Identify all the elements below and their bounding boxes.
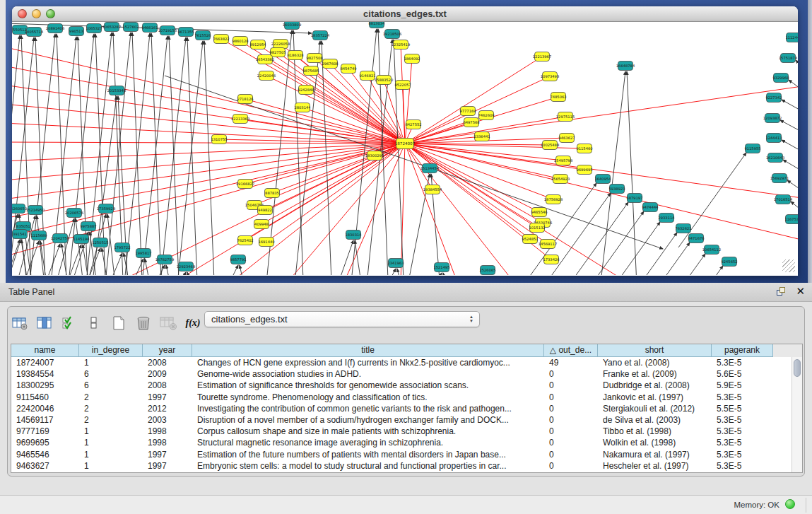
graph-node[interactable]: 8522057 bbox=[394, 81, 411, 90]
graph-node[interactable]: 9245652 bbox=[721, 257, 737, 267]
graph-node[interactable]: 1864092 bbox=[404, 54, 420, 64]
table-cell[interactable]: 5.5E-5 bbox=[712, 403, 773, 414]
table-cell[interactable]: Tibbo et al. (1998) bbox=[598, 426, 712, 437]
graph-node[interactable]: 7485063 bbox=[550, 93, 566, 102]
graph-node[interactable]: 9975887 bbox=[80, 222, 96, 231]
graph-node[interactable]: 6497568 bbox=[463, 118, 479, 127]
network-window[interactable]: citations_edges.txt 55051314055714208914… bbox=[12, 6, 798, 276]
graph-node[interactable]: 1310755 bbox=[211, 135, 227, 144]
graph-node[interactable]: 10025488 bbox=[541, 141, 559, 150]
graph-node[interactable]: 17016514 bbox=[774, 195, 793, 204]
table-cell[interactable]: 5.3E-5 bbox=[712, 460, 773, 472]
graph-node[interactable]: 1244413 bbox=[765, 134, 782, 143]
table-cell[interactable]: 18724007 bbox=[11, 357, 79, 368]
graph-node[interactable]: 8912954 bbox=[249, 40, 266, 49]
network-graph[interactable]: 5505131405571420891406990513106532710653… bbox=[12, 22, 798, 275]
graph-node[interactable]: 1691440 bbox=[258, 238, 274, 247]
column-visibility-icon[interactable] bbox=[35, 315, 54, 332]
graph-node[interactable]: 18300295 bbox=[365, 151, 384, 160]
table-mode-settings-icon[interactable] bbox=[11, 315, 29, 332]
graph-node[interactable]: 2967608 bbox=[322, 59, 338, 69]
table-cell[interactable]: 1 bbox=[79, 460, 143, 472]
graph-node[interactable]: 12325419 bbox=[392, 40, 410, 49]
graph-node[interactable]: 1112447 bbox=[785, 33, 798, 42]
graph-node[interactable]: 949822 bbox=[258, 206, 273, 215]
graph-node[interactable]: 10653287 bbox=[102, 23, 121, 32]
graph-node[interactable]: 1115689 bbox=[30, 231, 47, 240]
table-cell[interactable]: Estimation of the future numbers of pati… bbox=[192, 449, 544, 460]
table-cell[interactable]: 9465546 bbox=[11, 449, 79, 460]
table-row[interactable]: 1456911722003Disruption of a novel membe… bbox=[11, 414, 802, 426]
graph-node[interactable]: 9827508 bbox=[306, 54, 322, 63]
table-row[interactable]: 1830029562008Estimation of significance … bbox=[11, 380, 802, 391]
table-cell[interactable]: 1 bbox=[79, 357, 143, 368]
graph-node[interactable]: 9474444 bbox=[642, 203, 659, 212]
graph-node[interactable]: 9860128 bbox=[232, 37, 248, 46]
table-cell[interactable]: Dudbridge et al. (2008) bbox=[598, 380, 712, 391]
column-header-year[interactable]: year bbox=[143, 344, 192, 357]
table-cell[interactable]: 0 bbox=[544, 392, 598, 403]
graph-node[interactable]: 9875685 bbox=[302, 66, 319, 76]
table-cell[interactable]: Estimation of significance thresholds fo… bbox=[192, 380, 544, 391]
table-cell[interactable]: 2009 bbox=[143, 368, 192, 380]
graph-node[interactable]: 15751874 bbox=[779, 54, 798, 63]
table-cell[interactable]: 2012 bbox=[143, 403, 192, 414]
graph-node[interactable]: 9227342 bbox=[765, 93, 782, 103]
table-row[interactable]: 1872400712008Changes of HCN gene express… bbox=[11, 357, 802, 368]
graph-node[interactable]: 14055714 bbox=[25, 28, 44, 37]
graph-node[interactable]: 10719155 bbox=[158, 26, 177, 35]
column-header-title[interactable]: title bbox=[192, 344, 544, 357]
table-cell[interactable]: 2003 bbox=[143, 414, 192, 426]
graph-node[interactable]: 9466161 bbox=[141, 23, 158, 33]
row-height-icon[interactable] bbox=[85, 315, 103, 332]
table-cell[interactable]: 1998 bbox=[143, 426, 192, 437]
graph-node[interactable]: 18724007 bbox=[395, 139, 416, 149]
table-cell[interactable]: 0 bbox=[544, 437, 598, 448]
graph-node[interactable]: 1830314 bbox=[345, 230, 362, 240]
table-cell[interactable]: 1997 bbox=[143, 449, 192, 460]
graph-node[interactable]: 12923468 bbox=[177, 262, 195, 271]
table-cell[interactable]: 2008 bbox=[143, 357, 192, 368]
table-cell[interactable]: 1997 bbox=[143, 392, 192, 403]
graph-node[interactable]: 9329968 bbox=[772, 74, 789, 83]
graph-node[interactable]: 19384554 bbox=[423, 185, 442, 194]
table-cell[interactable]: 2 bbox=[79, 403, 143, 414]
graph-node[interactable]: 12975115 bbox=[556, 112, 575, 122]
table-cell[interactable]: 9463627 bbox=[11, 460, 79, 472]
table-row[interactable]: 977716911998Corpus callosum shape and si… bbox=[11, 426, 802, 437]
graph-node[interactable]: 7632621 bbox=[675, 224, 691, 233]
graph-node[interactable]: 8427552 bbox=[405, 120, 421, 129]
graph-node[interactable]: 9671355 bbox=[177, 28, 194, 37]
table-cell[interactable]: 18300295 bbox=[11, 380, 79, 391]
graph-node[interactable]: 18357224 bbox=[311, 31, 330, 40]
graph-node[interactable]: 7625402 bbox=[237, 236, 253, 245]
graph-node[interactable]: 19218506 bbox=[383, 30, 401, 39]
table-cell[interactable]: 0 bbox=[544, 368, 598, 380]
graph-node[interactable]: 2933114 bbox=[658, 214, 675, 223]
graph-node[interactable]: 15654923 bbox=[551, 175, 570, 184]
table-cell[interactable]: 5.9E-5 bbox=[712, 380, 773, 391]
table-cell[interactable]: 6 bbox=[79, 368, 143, 380]
graph-node[interactable]: 9463627 bbox=[558, 134, 575, 143]
graph-node[interactable]: 12042757 bbox=[51, 234, 69, 243]
graph-node[interactable]: 20153346 bbox=[107, 86, 126, 95]
table-cell[interactable]: Hescheler et al. (1997) bbox=[598, 460, 712, 472]
float-panel-icon[interactable] bbox=[777, 287, 787, 297]
table-cell[interactable]: Investigating the contribution of common… bbox=[192, 403, 544, 414]
graph-node[interactable]: 9857791 bbox=[230, 255, 246, 264]
table-cell[interactable]: 0 bbox=[544, 380, 598, 391]
graph-node[interactable]: 9524851 bbox=[522, 235, 538, 244]
graph-node[interactable]: 8813034 bbox=[368, 22, 385, 28]
table-cell[interactable]: 5.6E-5 bbox=[712, 368, 773, 380]
graph-node[interactable]: 6879197 bbox=[626, 194, 642, 203]
column-header-name[interactable]: name bbox=[11, 344, 79, 357]
table-cell[interactable]: 14569117 bbox=[11, 414, 79, 426]
graph-node[interactable]: 2803144 bbox=[294, 103, 311, 112]
graph-node[interactable]: 2718126 bbox=[237, 95, 253, 104]
table-cell[interactable]: Corpus callosum shape and size in male p… bbox=[192, 426, 544, 437]
function-builder-icon[interactable]: f(x) bbox=[184, 315, 202, 332]
graph-node[interactable]: 1250515 bbox=[92, 238, 108, 247]
table-cell[interactable]: Embryonic stem cells: a model to study s… bbox=[192, 460, 544, 472]
graph-node[interactable]: 9146821 bbox=[359, 71, 375, 81]
table-cell[interactable]: 5.3E-5 bbox=[712, 449, 773, 460]
